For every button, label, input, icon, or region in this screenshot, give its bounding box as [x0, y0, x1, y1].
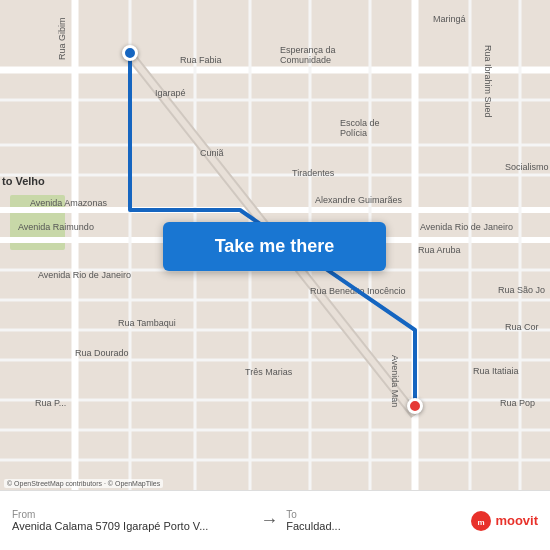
svg-text:m: m [478, 518, 485, 527]
moovit-logo-text: moovit [495, 513, 538, 528]
from-section: From Avenida Calama 5709 Igarapé Porto V… [12, 509, 252, 532]
moovit-logo: m moovit [470, 510, 538, 532]
from-label: From [12, 509, 252, 520]
to-section: To Faculdad... [286, 509, 470, 532]
to-label: To [286, 509, 470, 520]
end-pin [407, 398, 423, 414]
map-attribution: © OpenStreetMap contributors · © OpenMap… [4, 479, 163, 488]
take-me-there-button[interactable]: Take me there [163, 222, 386, 271]
map-container: Rua Fabia Rua Gibim Igarapé Esperança da… [0, 0, 550, 490]
to-value: Faculdad... [286, 520, 470, 532]
moovit-logo-icon: m [470, 510, 492, 532]
from-value: Avenida Calama 5709 Igarapé Porto V... [12, 520, 252, 532]
start-pin [122, 45, 138, 61]
bottom-bar: From Avenida Calama 5709 Igarapé Porto V… [0, 490, 550, 550]
direction-arrow: → [252, 510, 286, 531]
